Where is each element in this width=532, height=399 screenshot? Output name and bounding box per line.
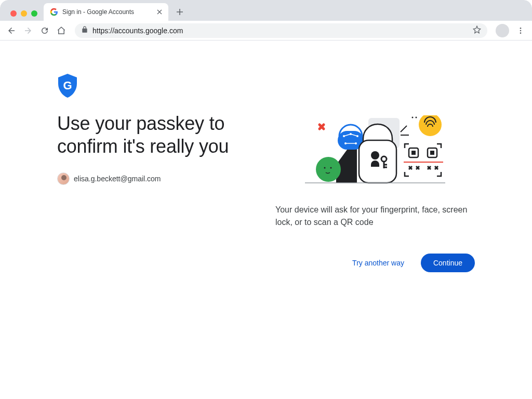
google-shield-logo-icon: G	[57, 74, 475, 100]
maximize-window-button[interactable]	[31, 10, 37, 17]
window-controls	[4, 10, 44, 21]
svg-point-23	[371, 151, 379, 159]
svg-line-7	[401, 126, 407, 132]
lock-icon	[81, 26, 88, 35]
browser-chrome: Sign in - Google Accounts https://accoun…	[0, 0, 532, 41]
instruction-text: Your device will ask for your fingerprin…	[275, 204, 475, 229]
headline-column: Use your passkey to confirm it's really …	[57, 112, 265, 272]
continue-button[interactable]: Continue	[421, 254, 475, 272]
bookmark-icon[interactable]	[473, 25, 481, 36]
svg-point-6	[416, 117, 417, 118]
new-tab-button[interactable]	[172, 5, 187, 19]
forward-button[interactable]	[21, 23, 35, 38]
passkey-illustration	[305, 115, 445, 188]
page-content: G Use your passkey to confirm it's reall…	[0, 41, 532, 272]
tab-title: Sign in - Google Accounts	[62, 8, 134, 16]
home-button[interactable]	[54, 23, 69, 38]
address-bar[interactable]: https://accounts.google.com	[75, 23, 487, 38]
svg-rect-31	[430, 151, 434, 155]
svg-point-0	[520, 28, 522, 29]
browser-tab[interactable]: Sign in - Google Accounts	[44, 3, 168, 21]
svg-point-5	[412, 117, 414, 118]
action-column: Your device will ask for your fingerprin…	[275, 112, 475, 272]
reload-button[interactable]	[37, 23, 52, 38]
page-headline: Use your passkey to confirm it's really …	[57, 112, 265, 158]
user-avatar-icon	[57, 172, 70, 185]
account-chip[interactable]: elisa.g.beckett@gmail.com	[57, 172, 161, 185]
svg-point-1	[520, 30, 522, 31]
profile-avatar-button[interactable]	[496, 24, 509, 37]
svg-point-10	[316, 157, 341, 182]
browser-menu-button[interactable]	[513, 23, 528, 38]
svg-text:G: G	[63, 79, 72, 92]
try-another-way-button[interactable]: Try another way	[346, 254, 410, 272]
svg-point-12	[330, 167, 332, 169]
minimize-window-button[interactable]	[21, 10, 27, 17]
tab-strip: Sign in - Google Accounts	[0, 0, 532, 21]
svg-rect-29	[411, 151, 416, 155]
url-text: https://accounts.google.com	[92, 26, 183, 35]
svg-point-2	[520, 32, 522, 34]
close-tab-icon[interactable]	[157, 8, 162, 16]
google-favicon-icon	[50, 8, 58, 16]
close-window-button[interactable]	[10, 10, 17, 17]
svg-point-9	[419, 115, 442, 136]
account-email: elisa.g.beckett@gmail.com	[74, 175, 161, 183]
action-row: Try another way Continue	[275, 254, 475, 272]
back-button[interactable]	[4, 23, 19, 38]
browser-toolbar: https://accounts.google.com	[0, 21, 532, 41]
svg-point-11	[324, 167, 326, 169]
